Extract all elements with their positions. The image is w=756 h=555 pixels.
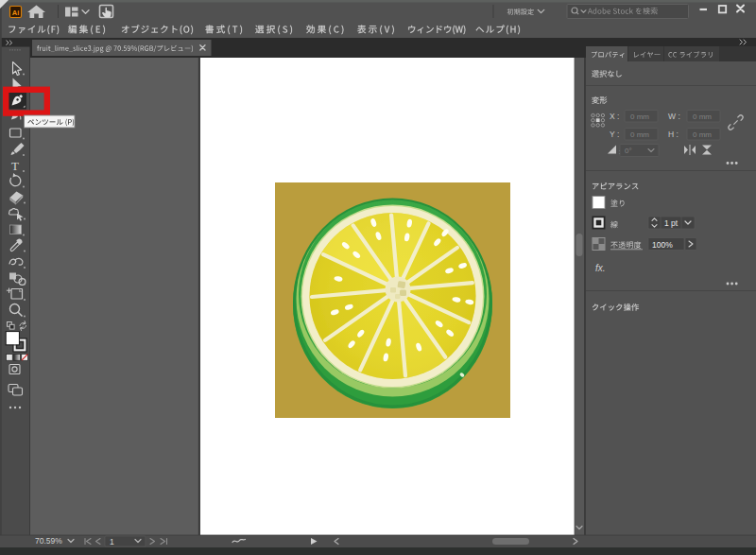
svg-text:0°: 0° xyxy=(625,147,632,155)
svg-text:70.59%: 70.59% xyxy=(35,536,62,546)
svg-text:1 pt: 1 pt xyxy=(664,218,679,228)
svg-text:Ai: Ai xyxy=(12,9,20,17)
svg-text:0 mm: 0 mm xyxy=(693,113,712,121)
svg-text:H :: H : xyxy=(668,130,679,139)
svg-text:X :: X : xyxy=(610,112,619,121)
svg-text:fx.: fx. xyxy=(595,263,606,273)
svg-text:0 mm: 0 mm xyxy=(630,130,649,139)
svg-text:100%: 100% xyxy=(652,240,673,250)
svg-text:0 mm: 0 mm xyxy=(630,113,649,121)
svg-text:W :: W : xyxy=(668,112,680,121)
svg-text:Y :: Y : xyxy=(610,130,619,139)
svg-text:T: T xyxy=(11,159,19,173)
svg-text:0 mm: 0 mm xyxy=(693,130,712,139)
svg-text:1: 1 xyxy=(110,537,114,546)
